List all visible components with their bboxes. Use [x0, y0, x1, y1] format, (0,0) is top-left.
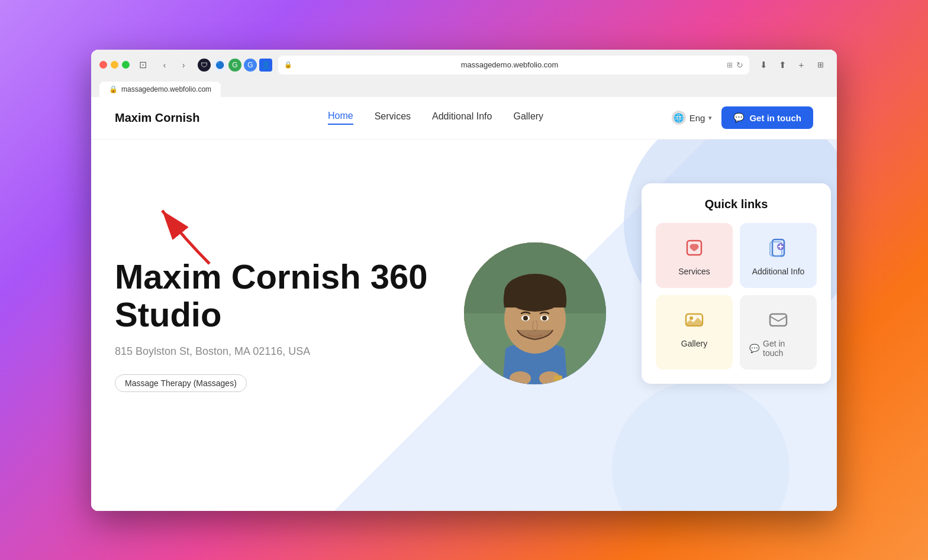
additional-info-label: Additional Info — [752, 267, 805, 276]
browser-window: ⊡ ‹ › 🛡 🔵 G G 👤 🔒 massagedemo.webfolio.c… — [91, 50, 837, 511]
active-tab[interactable]: 🔒 massagedemo.webfolio.com — [99, 82, 221, 97]
close-button[interactable] — [99, 61, 107, 69]
nav-links: Home Services Additional Info Gallery — [328, 111, 543, 125]
tab-favicon: 🔒 — [109, 85, 118, 93]
lang-label: Eng — [689, 113, 705, 123]
tab-overview-icon[interactable]: ⊞ — [812, 57, 829, 73]
back-button[interactable]: ‹ — [156, 57, 173, 73]
get-in-touch-button[interactable]: 💬 Get in touch — [721, 106, 813, 129]
share-icon[interactable]: ⬆ — [774, 57, 791, 73]
website-content: Maxim Cornish Home Services Additional I… — [91, 97, 837, 511]
nav-link-additional-info[interactable]: Additional Info — [432, 111, 492, 124]
svg-point-23 — [689, 316, 693, 320]
nav-link-gallery[interactable]: Gallery — [513, 111, 543, 124]
quick-links-grid: Services — [656, 223, 817, 370]
nav-link-home[interactable]: Home — [328, 111, 353, 125]
svg-point-14 — [542, 316, 547, 321]
quick-links-title: Quick links — [656, 198, 817, 211]
hero-tag[interactable]: Massage Therapy (Massages) — [115, 374, 247, 392]
maximize-button[interactable] — [122, 61, 130, 69]
browser-right-icons: ⬇ ⬆ + ⊞ — [755, 57, 829, 73]
extension-icon-3[interactable]: G — [244, 59, 257, 72]
msg-icon-small: 💬 — [749, 344, 759, 353]
tab-title: massagedemo.webfolio.com — [121, 85, 211, 93]
profile-photo-svg — [464, 242, 606, 384]
chevron-down-icon: ▾ — [708, 114, 712, 122]
get-in-touch-label: Get in touch — [749, 113, 801, 123]
additional-info-icon — [765, 235, 791, 261]
browser-chrome: ⊡ ‹ › 🛡 🔵 G G 👤 🔒 massagedemo.webfolio.c… — [91, 50, 837, 97]
sidebar-toggle-button[interactable]: ⊡ — [136, 57, 150, 73]
extension-icons: 🛡 🔵 G G 👤 — [198, 59, 272, 72]
bg-circle-2 — [612, 381, 790, 511]
extension-shield-icon[interactable]: 🛡 — [198, 59, 211, 72]
svg-point-13 — [523, 316, 528, 321]
minimize-button[interactable] — [111, 61, 118, 69]
nav-right-actions: 🌐 Eng ▾ 💬 Get in touch — [672, 106, 813, 129]
quick-link-additional-info[interactable]: Additional Info — [740, 223, 817, 288]
browser-nav-controls: ‹ › — [156, 57, 192, 73]
tab-bar: 🔒 massagedemo.webfolio.com — [99, 79, 829, 97]
refresh-icon[interactable]: ↻ — [736, 60, 743, 70]
svg-rect-17 — [554, 376, 562, 381]
new-tab-icon[interactable]: + — [793, 57, 810, 73]
quick-link-get-in-touch[interactable]: 💬 Get in touch — [740, 295, 817, 370]
gallery-icon — [681, 307, 707, 333]
language-selector[interactable]: 🌐 Eng ▾ — [672, 111, 713, 125]
forward-button[interactable]: › — [175, 57, 192, 73]
hero-section: Maxim Cornish 360 Studio 815 Boylston St… — [91, 140, 837, 511]
gallery-label: Gallery — [681, 339, 707, 348]
extension-icon-1[interactable]: 🔵 — [213, 59, 226, 72]
profile-photo — [464, 242, 606, 384]
lock-icon: 🔒 — [284, 61, 292, 69]
svg-rect-24 — [770, 314, 787, 326]
quick-link-gallery[interactable]: Gallery — [656, 295, 733, 370]
hero-right: Quick links Services — [529, 254, 813, 396]
services-icon — [681, 235, 707, 261]
reader-mode-icon: ⊞ — [727, 61, 733, 69]
url-text: massagedemo.webfolio.com — [296, 60, 723, 69]
extension-icon-4[interactable]: 👤 — [259, 59, 272, 72]
hero-right-wrapper: Quick links Services — [511, 254, 831, 396]
address-bar[interactable]: 🔒 massagedemo.webfolio.com ⊞ ↻ — [278, 56, 749, 75]
quick-link-services[interactable]: Services — [656, 223, 733, 288]
download-icon[interactable]: ⬇ — [755, 57, 772, 73]
nav-link-services[interactable]: Services — [375, 111, 411, 124]
profile-photo-container — [464, 242, 606, 384]
quick-links-card: Quick links Services — [642, 183, 831, 384]
get-in-touch-quick-label: 💬 Get in touch — [749, 339, 807, 358]
get-in-touch-icon — [765, 307, 791, 333]
globe-icon: 🌐 — [672, 111, 686, 125]
services-label: Services — [678, 267, 710, 276]
site-logo[interactable]: Maxim Cornish — [115, 111, 199, 125]
traffic-lights — [99, 61, 130, 69]
navigation: Maxim Cornish Home Services Additional I… — [91, 97, 837, 140]
extension-icon-2[interactable]: G — [228, 59, 241, 72]
message-icon: 💬 — [733, 112, 745, 123]
